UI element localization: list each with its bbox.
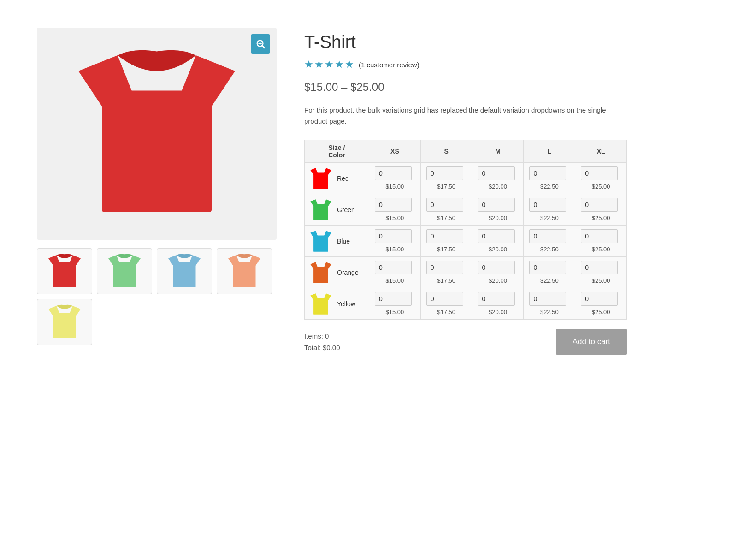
cell-price-blue-S: $17.50 bbox=[437, 246, 455, 253]
qty-cell-yellow-XS: $15.00 bbox=[369, 288, 421, 320]
qty-input-red-M[interactable] bbox=[478, 166, 515, 180]
qty-input-blue-M[interactable] bbox=[478, 229, 515, 243]
color-name-red: Red bbox=[337, 175, 349, 182]
qty-cell-green-XS: $15.00 bbox=[369, 194, 421, 226]
qty-input-yellow-S[interactable] bbox=[426, 292, 463, 306]
qty-input-orange-XL[interactable] bbox=[581, 261, 618, 274]
qty-input-blue-XL[interactable] bbox=[581, 229, 618, 243]
product-detail: T-Shirt ★ ★ ★ ★ ★ (1 customer review) $1… bbox=[304, 28, 719, 355]
qty-input-green-XS[interactable] bbox=[375, 198, 412, 212]
star-5: ★ bbox=[345, 59, 354, 71]
color-cell-orange: Orange bbox=[309, 261, 364, 284]
cell-price-blue-XL: $25.00 bbox=[592, 246, 610, 253]
svg-rect-18 bbox=[233, 262, 256, 287]
product-gallery bbox=[37, 28, 277, 345]
size-l-header: L bbox=[524, 140, 575, 163]
qty-cell-red-M: $20.00 bbox=[472, 163, 524, 194]
star-1: ★ bbox=[304, 59, 313, 71]
qty-input-blue-XS[interactable] bbox=[375, 229, 412, 243]
thumb-tshirt-blue bbox=[168, 253, 201, 289]
cell-price-orange-XL: $25.00 bbox=[592, 277, 610, 284]
qty-cell-blue-XL: $25.00 bbox=[575, 226, 627, 257]
qty-input-blue-S[interactable] bbox=[426, 229, 463, 243]
price-range: $15.00 – $25.00 bbox=[304, 81, 719, 94]
cell-price-green-XS: $15.00 bbox=[386, 214, 404, 221]
size-s-header: S bbox=[420, 140, 472, 163]
svg-rect-27 bbox=[313, 204, 328, 220]
qty-cell-blue-L: $22.50 bbox=[524, 226, 575, 257]
qty-input-red-S[interactable] bbox=[426, 166, 463, 180]
thumbnail-row bbox=[37, 248, 277, 345]
qty-input-orange-S[interactable] bbox=[426, 261, 463, 274]
color-name-blue: Blue bbox=[337, 238, 350, 245]
qty-cell-orange-S: $17.50 bbox=[420, 257, 472, 288]
size-color-header: Size /Color bbox=[305, 140, 369, 163]
thumb-tshirt-orange bbox=[228, 253, 260, 289]
review-link[interactable]: (1 customer review) bbox=[359, 61, 419, 69]
qty-cell-green-L: $22.50 bbox=[524, 194, 575, 226]
main-product-image bbox=[78, 46, 235, 221]
add-to-cart-button[interactable]: Add to cart bbox=[556, 329, 627, 355]
cell-price-orange-XS: $15.00 bbox=[386, 277, 404, 284]
qty-input-yellow-XS[interactable] bbox=[375, 292, 412, 306]
color-thumb-orange bbox=[309, 261, 332, 284]
cell-price-green-M: $20.00 bbox=[489, 214, 507, 221]
cell-price-green-XL: $25.00 bbox=[592, 214, 610, 221]
cell-price-blue-XS: $15.00 bbox=[386, 246, 404, 253]
thumbnail-red[interactable] bbox=[37, 248, 92, 294]
qty-input-orange-M[interactable] bbox=[478, 261, 515, 274]
qty-cell-yellow-M: $20.00 bbox=[472, 288, 524, 320]
thumbnail-blue[interactable] bbox=[157, 248, 212, 294]
qty-cell-green-XL: $25.00 bbox=[575, 194, 627, 226]
qty-input-yellow-XL[interactable] bbox=[581, 292, 618, 306]
color-name-yellow: Yellow bbox=[337, 300, 355, 308]
qty-input-red-XS[interactable] bbox=[375, 166, 412, 180]
qty-cell-red-S: $17.50 bbox=[420, 163, 472, 194]
thumb-tshirt-yellow bbox=[48, 304, 81, 340]
qty-cell-orange-M: $20.00 bbox=[472, 257, 524, 288]
qty-input-orange-L[interactable] bbox=[529, 261, 566, 274]
main-image-container bbox=[37, 28, 277, 240]
qty-input-red-XL[interactable] bbox=[581, 166, 618, 180]
table-row: Orange $15.00 $17.50 $20.00 $22.50 $25.0… bbox=[305, 257, 627, 288]
size-xs-header: XS bbox=[369, 140, 421, 163]
svg-rect-12 bbox=[113, 262, 136, 287]
qty-input-green-M[interactable] bbox=[478, 198, 515, 212]
summary-text: Items: 0 Total: $0.00 bbox=[304, 330, 340, 354]
color-name-orange: Orange bbox=[337, 269, 359, 276]
cell-price-yellow-S: $17.50 bbox=[437, 309, 455, 315]
qty-cell-red-XS: $15.00 bbox=[369, 163, 421, 194]
color-thumb-yellow bbox=[309, 292, 332, 315]
qty-cell-orange-XS: $15.00 bbox=[369, 257, 421, 288]
thumbnail-yellow[interactable] bbox=[37, 299, 92, 345]
color-thumb-blue bbox=[309, 230, 332, 253]
qty-input-red-L[interactable] bbox=[529, 166, 566, 180]
qty-input-yellow-L[interactable] bbox=[529, 292, 566, 306]
color-cell-blue: Blue bbox=[309, 230, 364, 253]
qty-input-green-S[interactable] bbox=[426, 198, 463, 212]
qty-input-blue-L[interactable] bbox=[529, 229, 566, 243]
table-row: Red $15.00 $17.50 $20.00 $22.50 $25.00 bbox=[305, 163, 627, 194]
qty-input-yellow-M[interactable] bbox=[478, 292, 515, 306]
qty-input-green-XL[interactable] bbox=[581, 198, 618, 212]
size-m-header: M bbox=[472, 140, 524, 163]
qty-input-orange-XS[interactable] bbox=[375, 261, 412, 274]
size-xl-header: XL bbox=[575, 140, 627, 163]
color-cell-red: Red bbox=[309, 167, 364, 190]
star-rating: ★ ★ ★ ★ ★ bbox=[304, 59, 354, 71]
cell-price-yellow-XS: $15.00 bbox=[386, 309, 404, 315]
table-row: Blue $15.00 $17.50 $20.00 $22.50 $25.00 bbox=[305, 226, 627, 257]
qty-cell-orange-XL: $25.00 bbox=[575, 257, 627, 288]
zoom-button[interactable] bbox=[251, 34, 270, 54]
cell-price-orange-M: $20.00 bbox=[489, 277, 507, 284]
star-3: ★ bbox=[325, 59, 334, 71]
color-cell-green: Green bbox=[309, 198, 364, 221]
qty-input-green-L[interactable] bbox=[529, 198, 566, 212]
items-count: Items: 0 bbox=[304, 330, 340, 342]
thumbnail-orange[interactable] bbox=[217, 248, 272, 294]
thumbnail-green[interactable] bbox=[97, 248, 152, 294]
cell-price-red-L: $22.50 bbox=[540, 183, 559, 190]
qty-cell-blue-S: $17.50 bbox=[420, 226, 472, 257]
star-4: ★ bbox=[335, 59, 344, 71]
color-thumb-green bbox=[309, 198, 332, 221]
